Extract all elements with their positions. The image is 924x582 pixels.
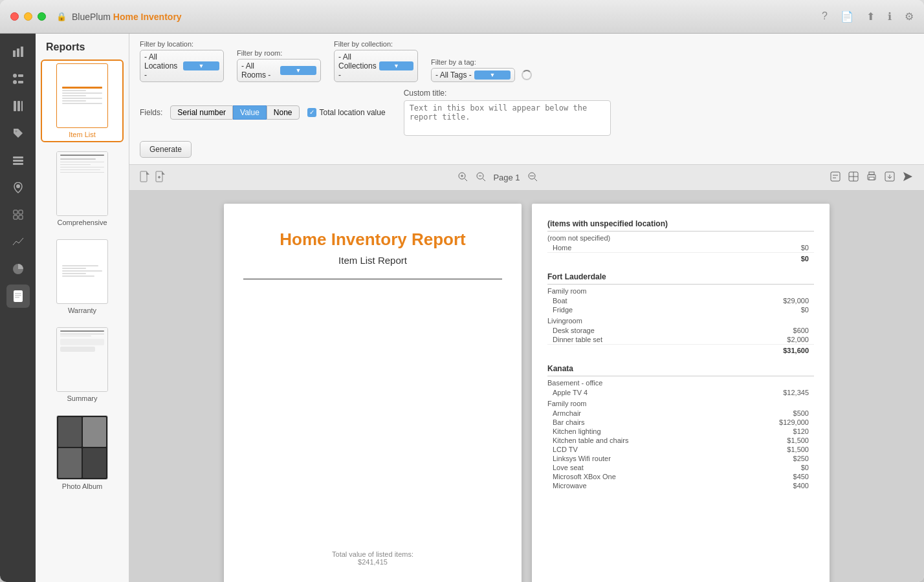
- doc-icon[interactable]: 📄: [841, 10, 853, 23]
- line-item-microwave: Microwave $400: [547, 481, 814, 490]
- line-item-desk-storage: Desk storage $600: [547, 326, 814, 335]
- svg-rect-17: [14, 215, 17, 219]
- sidebar-trends-icon[interactable]: [6, 230, 30, 253]
- svg-rect-19: [14, 290, 23, 302]
- share-icon2[interactable]: ⬆: [866, 10, 875, 23]
- minimize-button[interactable]: [24, 12, 32, 21]
- subheader-family-room-fl: Family room: [547, 287, 814, 295]
- svg-rect-9: [21, 101, 23, 111]
- line-item-fridge: Fridge $0: [547, 305, 814, 314]
- sidebar-pie-icon[interactable]: [6, 257, 30, 281]
- section-fort-lauderdale: Fort Lauderdale: [547, 270, 814, 285]
- sidebar-tags-icon[interactable]: [6, 122, 30, 145]
- svg-rect-23: [140, 171, 147, 182]
- svg-rect-15: [14, 210, 17, 214]
- line-item-linksys: Linksys Wifi router $250: [547, 454, 814, 463]
- report-item-comprehensive[interactable]: Comprehensive: [41, 147, 124, 230]
- icon-sidebar: [0, 34, 36, 582]
- controls-bar: Filter by location: - All Locations - ▼ …: [129, 34, 924, 165]
- help-icon[interactable]: ?: [822, 10, 828, 23]
- toolbar: Page 1: [129, 165, 924, 191]
- sidebar-location-icon[interactable]: [6, 176, 30, 199]
- line-item-home: Home $0: [547, 243, 814, 252]
- main-content: Filter by location: - All Locations - ▼ …: [129, 34, 924, 582]
- export-icon[interactable]: [884, 171, 896, 185]
- doc-list-icon[interactable]: [830, 171, 841, 185]
- send-icon[interactable]: [902, 171, 914, 185]
- filter-collection-label: Filter by collection:: [334, 40, 418, 48]
- fields-row: Fields: Serial number Value None ✓ Total…: [140, 89, 914, 136]
- filter-room-select[interactable]: - All Rooms - ▼: [237, 59, 321, 82]
- filter-room-group: Filter by room: - All Rooms - ▼: [237, 49, 321, 82]
- sidebar-items-icon[interactable]: [6, 67, 30, 91]
- line-item-love-seat: Love seat $0: [547, 463, 814, 472]
- report-label-photo-album: Photo Album: [62, 482, 102, 490]
- field-value-button[interactable]: Value: [233, 105, 267, 120]
- svg-point-3: [13, 74, 17, 78]
- svg-line-35: [534, 178, 537, 181]
- sidebar-chart-icon[interactable]: [6, 40, 30, 63]
- report-label-summary: Summary: [67, 394, 97, 402]
- settings-icon[interactable]: ⚙: [905, 10, 914, 23]
- filter-location-select[interactable]: - All Locations - ▼: [140, 50, 224, 82]
- filter-tag-select[interactable]: - All Tags - ▼: [431, 68, 515, 82]
- line-item-appletv: Apple TV 4 $12,345: [547, 388, 814, 397]
- filter-tag-arrow: ▼: [474, 70, 511, 80]
- report-label-warranty: Warranty: [68, 307, 96, 314]
- report-thumb-photo-album: [56, 415, 108, 480]
- zoom-out-icon[interactable]: [527, 171, 538, 184]
- doc-plus-icon[interactable]: [155, 171, 166, 185]
- print-icon[interactable]: [866, 171, 877, 185]
- subheader-livingroom: Livingroom: [547, 317, 814, 325]
- line-item-dinner-table: Dinner table set $2,000: [547, 335, 814, 344]
- svg-rect-2: [21, 47, 23, 57]
- info-icon[interactable]: ℹ: [888, 10, 892, 23]
- report-item-warranty[interactable]: Warranty: [41, 235, 124, 318]
- sidebar-frames-icon[interactable]: [6, 203, 30, 226]
- filter-room-arrow: ▼: [280, 66, 316, 75]
- svg-point-14: [16, 184, 20, 188]
- report-item-item-list[interactable]: Item List: [41, 59, 124, 142]
- svg-rect-44: [869, 172, 874, 175]
- filter-collection-select[interactable]: - All Collections - ▼: [334, 50, 418, 82]
- subheader-unspecified-room: (room not specified): [547, 234, 814, 242]
- line-item-kitchen-lighting: Kitchen lighting $120: [547, 427, 814, 436]
- line-item-boat: Boat $29,000: [547, 296, 814, 305]
- total-location-checkbox[interactable]: ✓: [307, 108, 316, 117]
- report-item-summary[interactable]: Summary: [41, 323, 124, 406]
- svg-rect-0: [13, 50, 16, 57]
- svg-rect-18: [19, 215, 23, 219]
- sidebar-reports-icon[interactable]: [6, 285, 30, 308]
- svg-line-28: [465, 178, 467, 181]
- svg-rect-7: [14, 101, 16, 111]
- field-serial-button[interactable]: Serial number: [170, 105, 233, 120]
- doc-single-icon[interactable]: [140, 171, 150, 185]
- doc-grid-icon[interactable]: [848, 171, 859, 185]
- report-item-photo-album[interactable]: Photo Album: [41, 411, 124, 494]
- sidebar-layers-icon[interactable]: [6, 149, 30, 172]
- page-right: (items with unspecified location) (room …: [532, 204, 830, 582]
- maximize-button[interactable]: [38, 12, 46, 21]
- filter-collection-value: - All Collections -: [338, 52, 377, 80]
- fields-label: Fields:: [140, 108, 162, 117]
- toolbar-center: Page 1: [457, 171, 538, 184]
- zoom-in-icon[interactable]: [457, 171, 468, 184]
- svg-rect-8: [17, 101, 20, 111]
- custom-title-input[interactable]: [404, 100, 611, 136]
- report-label-comprehensive: Comprehensive: [57, 219, 107, 226]
- svg-rect-37: [831, 172, 840, 181]
- zoom-fit-icon[interactable]: [475, 171, 487, 184]
- close-button[interactable]: [10, 12, 19, 21]
- total-value: $241,415: [358, 558, 388, 566]
- sidebar-books-icon[interactable]: [6, 94, 30, 118]
- svg-rect-21: [15, 295, 21, 296]
- generate-button[interactable]: Generate: [140, 141, 192, 158]
- section-kanata: Kanata: [547, 361, 814, 376]
- subheader-basement-office: Basement - office: [547, 379, 814, 387]
- page-divider: [243, 279, 502, 279]
- field-none-button[interactable]: None: [267, 105, 300, 120]
- svg-marker-47: [903, 172, 912, 181]
- svg-rect-4: [18, 74, 23, 77]
- svg-rect-45: [869, 177, 874, 180]
- line-item-lcd-tv: LCD TV $1,500: [547, 445, 814, 454]
